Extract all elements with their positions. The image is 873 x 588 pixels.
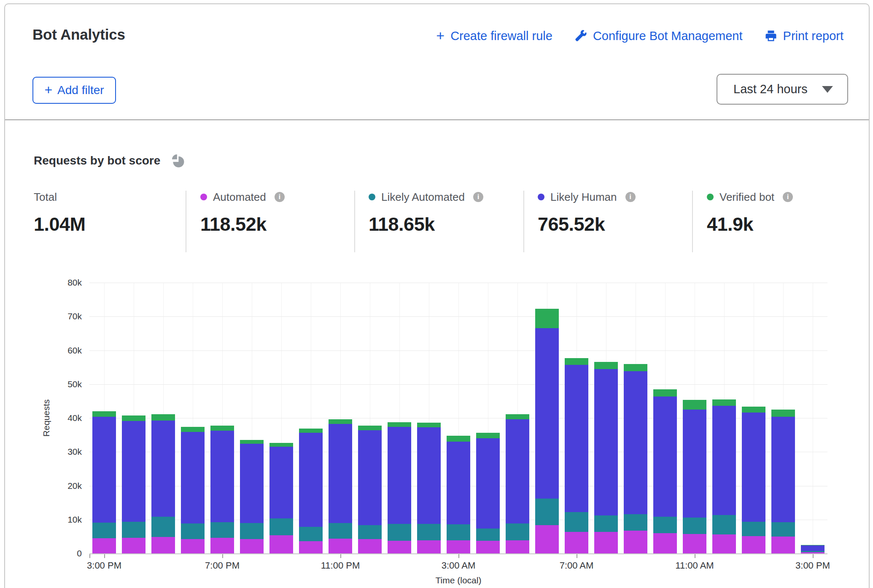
stat-likely-human: Likely Human i 765.52k xyxy=(538,190,636,235)
y-axis-tick-label: 60k xyxy=(52,345,82,356)
bar-segment-likely-human xyxy=(594,369,618,515)
plus-icon: + xyxy=(44,83,52,97)
bar-segment-verified-bot xyxy=(771,410,795,417)
stat-total-label: Total xyxy=(34,191,57,204)
page-title: Bot Analytics xyxy=(32,26,125,43)
y-axis-tick-label: 30k xyxy=(52,447,82,457)
bar-segment-likely-human xyxy=(683,410,706,518)
bar-group[interactable] xyxy=(742,283,765,553)
bar-group[interactable] xyxy=(535,283,559,553)
bar-group[interactable] xyxy=(151,283,175,553)
likely-human-legend-dot xyxy=(538,194,544,200)
bar-group[interactable] xyxy=(771,283,795,553)
bar-segment-likely-human xyxy=(269,447,293,518)
bar-group[interactable] xyxy=(358,283,382,553)
bar-segment-likely-automated xyxy=(801,551,824,552)
stat-automated-value: 118.52k xyxy=(200,213,285,235)
bar-segment-likely-automated xyxy=(683,518,706,534)
bar-segment-likely-human xyxy=(388,427,411,524)
bar-segment-likely-automated xyxy=(417,524,441,540)
bar-segment-likely-human xyxy=(653,396,677,517)
plus-icon: + xyxy=(436,28,445,43)
bar-group[interactable] xyxy=(210,283,234,553)
bar-segment-likely-human xyxy=(624,371,647,514)
bar-segment-likely-human xyxy=(358,430,382,526)
create-firewall-rule-label: Create firewall rule xyxy=(450,29,552,43)
bar-group[interactable] xyxy=(269,283,293,553)
create-firewall-rule-link[interactable]: + Create firewall rule xyxy=(436,29,552,43)
bar-group[interactable] xyxy=(122,283,146,553)
bar-group[interactable] xyxy=(476,283,500,553)
bar-group[interactable] xyxy=(683,283,706,553)
bar-segment-likely-human xyxy=(240,444,264,523)
bar-segment-verified-bot xyxy=(240,440,264,444)
bar-segment-automated xyxy=(771,537,795,553)
stat-automated-label: Automated xyxy=(213,191,266,204)
bar-segment-likely-automated xyxy=(388,524,411,540)
configure-bot-management-link[interactable]: Configure Bot Management xyxy=(574,29,743,43)
bar-group[interactable] xyxy=(565,283,588,553)
bar-group[interactable] xyxy=(417,283,441,553)
bar-segment-automated xyxy=(299,541,323,553)
bar-group[interactable] xyxy=(329,283,352,553)
bar-segment-automated xyxy=(240,539,264,553)
bar-segment-automated xyxy=(181,539,205,553)
bar-group[interactable] xyxy=(388,283,411,553)
bar-segment-likely-automated xyxy=(447,524,470,540)
bar-segment-automated xyxy=(801,552,824,553)
bar-group[interactable] xyxy=(181,283,205,553)
x-axis-tick-label: 11:00 AM xyxy=(675,560,714,571)
print-report-link[interactable]: Print report xyxy=(765,29,843,43)
info-icon[interactable]: i xyxy=(275,192,285,202)
x-axis-tick-label: 7:00 PM xyxy=(205,560,240,571)
bar-segment-automated xyxy=(683,534,706,553)
bar-segment-likely-automated xyxy=(506,523,529,540)
bar-segment-likely-automated xyxy=(181,523,205,539)
bar-group[interactable] xyxy=(712,283,736,553)
bar-segment-verified-bot xyxy=(594,362,618,369)
time-range-dropdown[interactable]: Last 24 hours xyxy=(717,74,848,105)
print-report-label: Print report xyxy=(783,29,843,43)
stat-likely-automated-label: Likely Automated xyxy=(381,191,465,204)
bar-segment-automated xyxy=(565,532,588,553)
x-axis-tick xyxy=(813,554,814,558)
bar-segment-automated xyxy=(210,538,234,553)
bar-segment-automated xyxy=(417,540,441,553)
info-icon[interactable]: i xyxy=(625,192,636,202)
bar-segment-automated xyxy=(712,534,736,553)
info-icon[interactable]: i xyxy=(473,192,483,202)
bar-group[interactable] xyxy=(594,283,618,553)
bar-group[interactable] xyxy=(240,283,264,553)
pie-chart-icon xyxy=(170,152,186,170)
bar-segment-automated xyxy=(535,525,559,553)
section-title: Requests by bot score xyxy=(34,154,160,167)
bar-segment-verified-bot xyxy=(653,389,677,397)
bar-segment-likely-human xyxy=(742,413,765,521)
bar-segment-likely-automated xyxy=(535,499,559,525)
bar-group[interactable] xyxy=(506,283,529,553)
bar-segment-verified-bot xyxy=(299,429,323,433)
add-filter-button[interactable]: + Add filter xyxy=(32,77,116,104)
configure-bot-management-label: Configure Bot Management xyxy=(593,29,743,43)
bar-group[interactable] xyxy=(299,283,323,553)
bar-group[interactable] xyxy=(624,283,647,553)
info-icon[interactable]: i xyxy=(783,192,793,202)
stat-total-value: 1.04M xyxy=(34,213,86,235)
y-axis-tick-label: 40k xyxy=(52,413,82,423)
bar-segment-likely-automated xyxy=(329,523,352,539)
y-axis-tick-label: 50k xyxy=(52,379,82,389)
stat-automated: Automated i 118.52k xyxy=(200,190,285,235)
y-axis-tick-label: 10k xyxy=(52,515,82,525)
bar-group[interactable] xyxy=(801,283,824,553)
bar-group[interactable] xyxy=(653,283,677,553)
stat-likely-human-value: 765.52k xyxy=(538,213,636,235)
y-axis-tick-label: 70k xyxy=(52,311,82,321)
bar-segment-likely-human xyxy=(801,545,824,551)
x-axis-title: Time (local) xyxy=(436,575,482,585)
x-axis-tick xyxy=(104,554,105,558)
bar-group[interactable] xyxy=(447,283,470,553)
x-axis-tick xyxy=(222,554,223,558)
stat-total: Total 1.04M xyxy=(34,190,86,235)
likely-automated-legend-dot xyxy=(369,194,375,200)
bar-group[interactable] xyxy=(92,283,116,553)
